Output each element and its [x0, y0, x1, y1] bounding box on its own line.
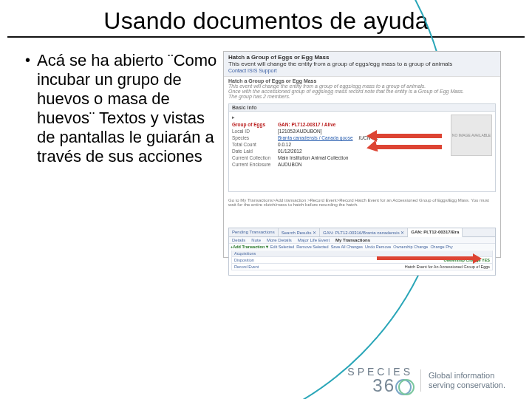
transactions-panel: Pending Transactions Search Results ✕ GA… [228, 228, 496, 276]
tab-search[interactable]: Search Results ✕ [279, 228, 320, 236]
tab-pending[interactable]: Pending Transactions [229, 228, 279, 236]
species-value[interactable]: Branta canadensis / Canada goose [278, 135, 353, 140]
shot-subdesc2: Once with the accessioned group of eggs/… [228, 89, 496, 94]
menu-record-event[interactable]: Record Event Hatch Event for An Accessio… [231, 264, 493, 270]
date-value: 01/12/2012 [278, 149, 302, 154]
menu-label: Record Event [234, 265, 259, 269]
localid-value: [121052/AUDUBON] [278, 129, 322, 134]
enc-label: Current Enclosure [232, 162, 275, 167]
localid-label: Local ID [232, 129, 275, 134]
below-text: Go to My Transactions>Add transaction >R… [228, 198, 496, 207]
remove-selected-button[interactable]: Remove Selected [296, 245, 328, 249]
arrow-icon [473, 253, 482, 264]
bullet-column: • Acá se ha abierto ¨Como incubar un gru… [25, 51, 217, 258]
tab-gan1[interactable]: GAN: PLT12-00316/Branta canadensis ✕ [320, 228, 408, 236]
change-phy-button[interactable]: Change Phy [430, 245, 452, 249]
menu-label: Acquisitions [234, 251, 256, 256]
slide-title: Usando documentos de ayuda [7, 0, 525, 38]
menu-label: Disposition [234, 258, 254, 262]
bullet-text: Acá se ha abierto ¨Como incubar un grupo… [37, 51, 217, 166]
shot-desc: This event will change the entity from a… [228, 61, 496, 67]
arrow-icon [377, 256, 473, 260]
toolbar-row: +Add Transaction ▾ Edit Selected Remove … [229, 244, 495, 250]
arrow-icon [365, 140, 378, 154]
coll-value: Main Institution Animal Collection [278, 155, 348, 160]
basic-info-body: NO IMAGE AVAILABLE ▸ Group of Eggs GAN: … [228, 111, 496, 192]
save-all-button[interactable]: Save All Changes [331, 245, 363, 249]
total-label: Total Count [232, 142, 275, 147]
tab2-note[interactable]: Note [248, 237, 264, 243]
enc-value: AUDUBON [278, 162, 302, 167]
menu-right: Hatch Event for An Accessioned Group of … [405, 265, 490, 269]
bullet-dot: • [25, 51, 37, 166]
date-label: Date Laid [232, 149, 275, 154]
brand-big: 36 [372, 375, 395, 395]
tab-gan2[interactable]: GAN: PLT12-00317/Bra [408, 228, 463, 237]
undo-remove-button[interactable]: Undo Remove [365, 245, 391, 249]
tab2-mytrans[interactable]: My Transactions [332, 237, 373, 243]
shot-subdesc1: This event will change the entity from a… [228, 83, 496, 89]
tabs-secondary: Details Note More Details Major Life Eve… [229, 237, 495, 244]
add-transaction-button[interactable]: +Add Transaction ▾ [231, 245, 268, 249]
footer-tagline: Global information serving conservation. [429, 371, 517, 389]
footer: SPECIES 36 Global information serving co… [0, 366, 532, 395]
footer-separator [420, 369, 421, 392]
shot-title: Hatch a Group of Eggs or Egg Mass [228, 54, 496, 61]
gan-value: GAN: PLT12-00317 / Alive [278, 122, 335, 127]
tab2-major[interactable]: Major Life Event [295, 237, 332, 243]
edit-selected-button[interactable]: Edit Selected [270, 245, 294, 249]
tabs-primary: Pending Transactions Search Results ✕ GA… [229, 228, 495, 237]
arrow-icon [375, 145, 442, 149]
transaction-menu: Acquisitions Disposition Ownership Chang… [231, 250, 493, 270]
tab2-details[interactable]: Details [229, 237, 248, 243]
support-link[interactable]: Contact ISIS Support [228, 68, 496, 73]
arrow-icon [375, 134, 442, 138]
species360-logo: SPECIES 36 [347, 366, 413, 395]
total-value: 0.0.12 [278, 142, 291, 147]
basic-info-header: Basic Info [228, 103, 496, 111]
image-placeholder: NO IMAGE AVAILABLE [451, 115, 492, 156]
species-label: Species [232, 135, 275, 140]
coll-label: Current Collection [232, 155, 275, 160]
shot-subdesc3: The group has 2 members. [228, 94, 496, 99]
shot-subtitle: Hatch a Group of Eggs or Egg Mass [228, 78, 496, 83]
logo-ring-icon [395, 377, 413, 395]
ownership-change-button[interactable]: Ownership Change [393, 245, 428, 249]
screenshot-panel: Hatch a Group of Eggs or Egg Mass This e… [223, 51, 501, 258]
tab2-more[interactable]: More Details [264, 237, 295, 243]
group-label: Group of Eggs [232, 122, 275, 127]
